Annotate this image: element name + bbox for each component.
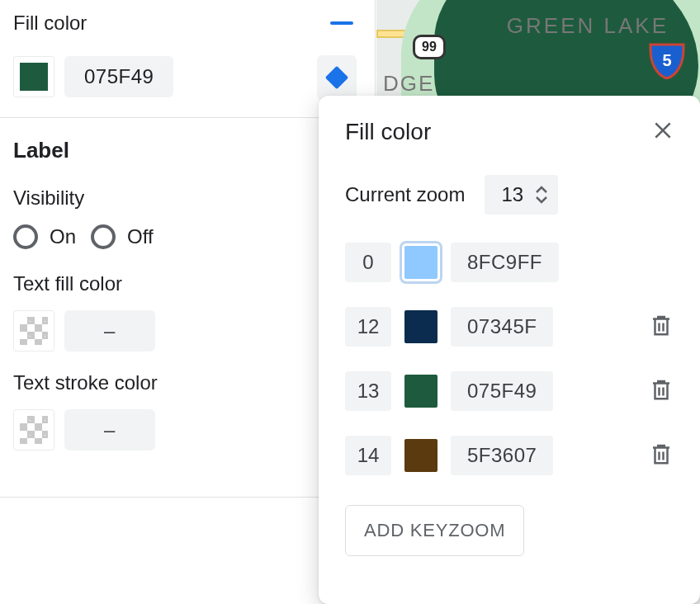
visibility-radio-group: On Off — [13, 224, 362, 249]
popup-title: Fill color — [345, 119, 431, 145]
keyzoom-swatch[interactable] — [404, 246, 438, 279]
text-stroke-color-label: Text stroke color — [13, 371, 362, 394]
keyzoom-swatch[interactable] — [404, 375, 438, 408]
collapse-icon[interactable] — [330, 21, 353, 25]
trash-icon — [649, 441, 674, 466]
map-label-greenlake: GREEN LAKE — [507, 13, 669, 39]
current-zoom-stepper[interactable]: 13 — [485, 175, 558, 215]
keyzoom-toggle-button[interactable] — [317, 55, 357, 100]
keyzoom-row: 145F3607 — [345, 436, 674, 475]
visibility-on-option[interactable]: On — [13, 224, 76, 249]
text-fill-hex-input[interactable]: – — [64, 310, 155, 352]
keyzoom-hex-input[interactable]: 075F49 — [451, 371, 553, 411]
fill-color-popup: Fill color Current zoom 13 08FC9FF120734… — [319, 96, 700, 604]
text-fill-swatch[interactable] — [13, 310, 54, 352]
visibility-off-label: Off — [127, 225, 154, 248]
text-stroke-color-row: – — [13, 409, 362, 470]
current-zoom-label: Current zoom — [345, 183, 465, 206]
fill-color-section-header[interactable]: Fill color — [0, 0, 375, 46]
keyzoom-zoom-input[interactable]: 14 — [345, 436, 391, 475]
keyzoom-row: 13075F49 — [345, 371, 674, 411]
keyzoom-row: 1207345F — [345, 307, 674, 347]
keyzoom-zoom-input[interactable]: 0 — [345, 243, 391, 282]
visibility-off-option[interactable]: Off — [91, 224, 154, 249]
close-button[interactable] — [652, 120, 674, 144]
interstate-shield-5: 5 — [649, 41, 685, 79]
keyzoom-swatch[interactable] — [404, 310, 438, 343]
visibility-label: Visibility — [13, 186, 362, 210]
label-heading: Label — [13, 138, 362, 163]
stepper-icons[interactable] — [535, 185, 548, 205]
diamond-icon — [325, 66, 348, 89]
add-keyzoom-button[interactable]: ADD KEYZOOM — [345, 505, 524, 556]
svg-text:5: 5 — [662, 51, 671, 69]
current-zoom-value: 13 — [501, 183, 523, 206]
radio-icon — [13, 224, 38, 249]
fill-color-hex-input[interactable]: 075F49 — [64, 56, 173, 97]
current-zoom-row: Current zoom 13 — [345, 175, 674, 215]
trash-icon — [649, 377, 674, 402]
chevron-up-icon — [535, 185, 548, 195]
map-label-dge: DGE — [383, 71, 434, 97]
delete-keyzoom-button[interactable] — [649, 377, 674, 405]
trash-icon — [649, 313, 674, 337]
radio-icon — [91, 224, 116, 249]
close-icon — [652, 120, 674, 141]
delete-keyzoom-button[interactable] — [649, 313, 674, 341]
keyzoom-hex-input[interactable]: 5F3607 — [451, 436, 553, 475]
keyzoom-zoom-input[interactable]: 12 — [345, 307, 391, 347]
keyzoom-row: 08FC9FF — [345, 243, 674, 282]
text-fill-color-label: Text fill color — [13, 272, 362, 295]
keyzoom-zoom-input[interactable]: 13 — [345, 371, 391, 411]
keyzoom-hex-input[interactable]: 8FC9FF — [451, 243, 559, 282]
fill-color-label: Fill color — [13, 12, 87, 35]
text-stroke-hex-input[interactable]: – — [64, 409, 155, 451]
visibility-on-label: On — [50, 225, 76, 248]
chevron-down-icon — [535, 195, 548, 205]
keyzoom-hex-input[interactable]: 07345F — [451, 307, 553, 347]
text-fill-color-row: – — [13, 310, 362, 371]
delete-keyzoom-button[interactable] — [649, 441, 674, 470]
highway-shield-99: 99 — [413, 35, 446, 59]
text-stroke-swatch[interactable] — [13, 409, 54, 451]
fill-color-swatch[interactable] — [13, 56, 54, 97]
keyzoom-swatch[interactable] — [404, 439, 438, 472]
